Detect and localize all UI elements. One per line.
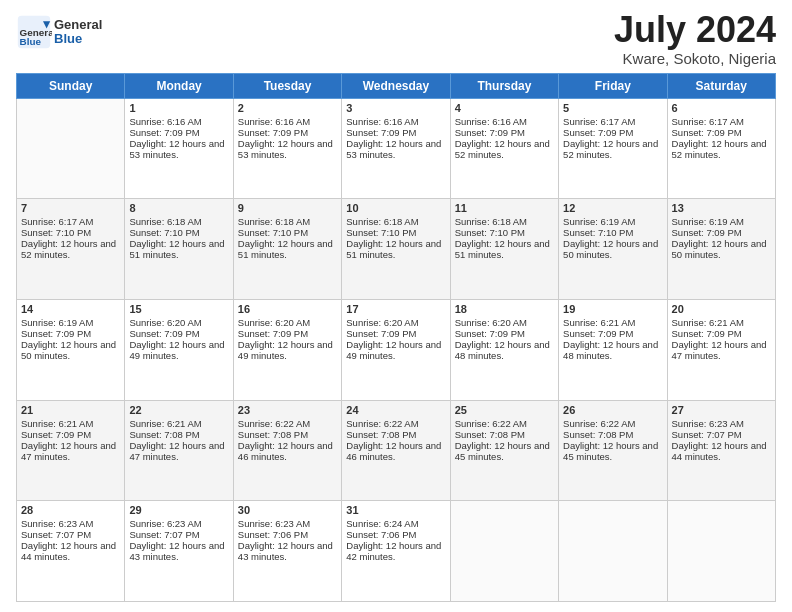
sunset-text: Sunset: 7:09 PM [563,127,662,138]
calendar-cell: 11Sunrise: 6:18 AMSunset: 7:10 PMDayligh… [450,199,558,300]
daylight-text: Daylight: 12 hours and 48 minutes. [563,339,662,361]
day-number: 13 [672,202,771,214]
sunrise-text: Sunrise: 6:17 AM [563,116,662,127]
sunrise-text: Sunrise: 6:17 AM [672,116,771,127]
sunrise-text: Sunrise: 6:20 AM [455,317,554,328]
sunset-text: Sunset: 7:10 PM [563,227,662,238]
day-number: 4 [455,102,554,114]
calendar-cell [667,501,775,602]
calendar-table: SundayMondayTuesdayWednesdayThursdayFrid… [16,73,776,602]
daylight-text: Daylight: 12 hours and 44 minutes. [672,440,771,462]
sunset-text: Sunset: 7:09 PM [129,127,228,138]
day-number: 16 [238,303,337,315]
sunset-text: Sunset: 7:07 PM [21,529,120,540]
sunset-text: Sunset: 7:09 PM [672,328,771,339]
sunrise-text: Sunrise: 6:21 AM [672,317,771,328]
calendar-cell: 21Sunrise: 6:21 AMSunset: 7:09 PMDayligh… [17,400,125,501]
daylight-text: Daylight: 12 hours and 52 minutes. [21,238,120,260]
dow-header: Monday [125,73,233,98]
sunset-text: Sunset: 7:09 PM [21,429,120,440]
sunset-text: Sunset: 7:08 PM [563,429,662,440]
sunset-text: Sunset: 7:09 PM [346,328,445,339]
daylight-text: Daylight: 12 hours and 45 minutes. [455,440,554,462]
day-number: 6 [672,102,771,114]
sunset-text: Sunset: 7:10 PM [21,227,120,238]
sunset-text: Sunset: 7:08 PM [455,429,554,440]
day-number: 14 [21,303,120,315]
calendar-cell: 27Sunrise: 6:23 AMSunset: 7:07 PMDayligh… [667,400,775,501]
calendar-cell: 16Sunrise: 6:20 AMSunset: 7:09 PMDayligh… [233,299,341,400]
sunset-text: Sunset: 7:09 PM [563,328,662,339]
sunrise-text: Sunrise: 6:19 AM [563,216,662,227]
day-number: 15 [129,303,228,315]
calendar-cell: 4Sunrise: 6:16 AMSunset: 7:09 PMDaylight… [450,98,558,199]
day-number: 25 [455,404,554,416]
daylight-text: Daylight: 12 hours and 49 minutes. [129,339,228,361]
sunset-text: Sunset: 7:09 PM [672,127,771,138]
sunrise-text: Sunrise: 6:20 AM [129,317,228,328]
daylight-text: Daylight: 12 hours and 47 minutes. [672,339,771,361]
day-number: 8 [129,202,228,214]
sunrise-text: Sunrise: 6:22 AM [238,418,337,429]
daylight-text: Daylight: 12 hours and 42 minutes. [346,540,445,562]
location: Kware, Sokoto, Nigeria [614,50,776,67]
sunset-text: Sunset: 7:08 PM [129,429,228,440]
daylight-text: Daylight: 12 hours and 48 minutes. [455,339,554,361]
sunset-text: Sunset: 7:07 PM [672,429,771,440]
calendar-cell: 13Sunrise: 6:19 AMSunset: 7:09 PMDayligh… [667,199,775,300]
daylight-text: Daylight: 12 hours and 47 minutes. [129,440,228,462]
calendar-cell: 9Sunrise: 6:18 AMSunset: 7:10 PMDaylight… [233,199,341,300]
calendar-week-row: 28Sunrise: 6:23 AMSunset: 7:07 PMDayligh… [17,501,776,602]
day-number: 24 [346,404,445,416]
sunrise-text: Sunrise: 6:16 AM [238,116,337,127]
sunset-text: Sunset: 7:09 PM [238,328,337,339]
sunset-text: Sunset: 7:06 PM [346,529,445,540]
calendar-cell: 14Sunrise: 6:19 AMSunset: 7:09 PMDayligh… [17,299,125,400]
daylight-text: Daylight: 12 hours and 52 minutes. [672,138,771,160]
daylight-text: Daylight: 12 hours and 50 minutes. [563,238,662,260]
daylight-text: Daylight: 12 hours and 52 minutes. [563,138,662,160]
day-number: 11 [455,202,554,214]
svg-text:Blue: Blue [20,36,42,47]
logo-blue: Blue [54,31,82,46]
sunrise-text: Sunrise: 6:22 AM [563,418,662,429]
logo-general: General [54,17,102,32]
daylight-text: Daylight: 12 hours and 44 minutes. [21,540,120,562]
sunrise-text: Sunrise: 6:23 AM [129,518,228,529]
sunset-text: Sunset: 7:10 PM [346,227,445,238]
sunset-text: Sunset: 7:10 PM [238,227,337,238]
day-number: 26 [563,404,662,416]
calendar-cell: 1Sunrise: 6:16 AMSunset: 7:09 PMDaylight… [125,98,233,199]
day-number: 20 [672,303,771,315]
sunrise-text: Sunrise: 6:19 AM [21,317,120,328]
sunset-text: Sunset: 7:09 PM [21,328,120,339]
day-number: 17 [346,303,445,315]
calendar-cell: 30Sunrise: 6:23 AMSunset: 7:06 PMDayligh… [233,501,341,602]
calendar-cell: 5Sunrise: 6:17 AMSunset: 7:09 PMDaylight… [559,98,667,199]
daylight-text: Daylight: 12 hours and 49 minutes. [346,339,445,361]
sunrise-text: Sunrise: 6:16 AM [455,116,554,127]
sunset-text: Sunset: 7:08 PM [346,429,445,440]
sunset-text: Sunset: 7:08 PM [238,429,337,440]
day-number: 29 [129,504,228,516]
days-of-week-row: SundayMondayTuesdayWednesdayThursdayFrid… [17,73,776,98]
day-number: 12 [563,202,662,214]
sunrise-text: Sunrise: 6:16 AM [129,116,228,127]
sunrise-text: Sunrise: 6:22 AM [346,418,445,429]
day-number: 30 [238,504,337,516]
sunrise-text: Sunrise: 6:21 AM [129,418,228,429]
calendar-cell: 17Sunrise: 6:20 AMSunset: 7:09 PMDayligh… [342,299,450,400]
calendar-cell: 10Sunrise: 6:18 AMSunset: 7:10 PMDayligh… [342,199,450,300]
sunrise-text: Sunrise: 6:17 AM [21,216,120,227]
calendar-cell [17,98,125,199]
dow-header: Wednesday [342,73,450,98]
daylight-text: Daylight: 12 hours and 51 minutes. [129,238,228,260]
logo: General Blue General Blue [16,10,102,50]
calendar-cell: 18Sunrise: 6:20 AMSunset: 7:09 PMDayligh… [450,299,558,400]
sunset-text: Sunset: 7:09 PM [238,127,337,138]
daylight-text: Daylight: 12 hours and 52 minutes. [455,138,554,160]
daylight-text: Daylight: 12 hours and 46 minutes. [346,440,445,462]
calendar-cell: 2Sunrise: 6:16 AMSunset: 7:09 PMDaylight… [233,98,341,199]
day-number: 22 [129,404,228,416]
day-number: 7 [21,202,120,214]
